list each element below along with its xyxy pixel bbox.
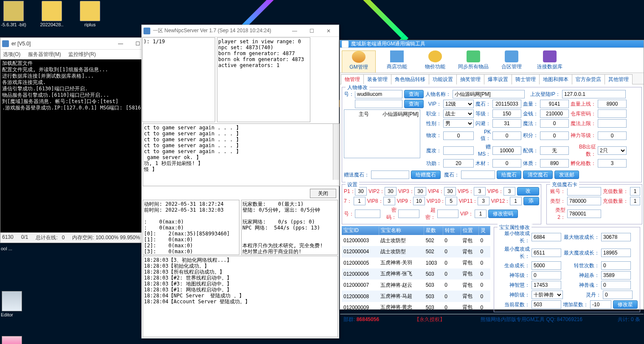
god-kill[interactable] — [601, 271, 631, 280]
con-input[interactable] — [540, 159, 569, 168]
menu-server[interactable]: 服务器管理(M) — [28, 51, 61, 57]
give-ms-button[interactable]: 给魔石 — [497, 171, 521, 179]
god-rank-select[interactable]: 十阶神兽 — [532, 291, 563, 299]
card-type-input[interactable] — [567, 197, 601, 205]
super-password-input[interactable] — [437, 210, 458, 218]
vip10-input[interactable] — [445, 197, 457, 205]
rebirth-count[interactable] — [601, 261, 631, 270]
min-patk-growth[interactable] — [532, 233, 561, 241]
table-header[interactable]: 位置 — [461, 226, 478, 235]
spouse-input[interactable] — [540, 146, 569, 155]
table-row[interactable]: 012000009五虎神将·黄忠5030背包0 — [342, 302, 490, 313]
hp-growth[interactable] — [532, 261, 561, 270]
toolbar-shop[interactable]: 商店功能 — [380, 50, 414, 73]
table-header[interactable]: 宝宝ID — [342, 226, 379, 235]
query2-button[interactable]: 查询 — [404, 100, 424, 108]
query-account-button[interactable]: 查询 — [404, 90, 424, 98]
give-gift-ms-button[interactable]: 给赠魔石 — [411, 171, 441, 179]
table-row[interactable]: 012000004战士攻防型5020背包0 — [342, 246, 490, 257]
titlebar[interactable]: er [V5.0] — ☐ ✕ — [0, 38, 165, 50]
tab-map[interactable]: 地图和脚本 — [539, 74, 572, 84]
max-matk-growth[interactable] — [601, 249, 631, 257]
menu-options[interactable]: 选项(O) — [3, 51, 20, 57]
toolbar-db[interactable]: 连接数据库 — [533, 50, 567, 73]
vip4-input[interactable] — [444, 187, 456, 196]
current-stars[interactable] — [532, 300, 561, 309]
ms2-input[interactable] — [461, 171, 495, 179]
recharge-count-input[interactable] — [630, 187, 640, 196]
vip-select[interactable]: 12级 — [443, 100, 474, 108]
pk-input[interactable] — [492, 131, 521, 140]
desktop-icon[interactable]: riplus — [77, 1, 103, 27]
titlebar[interactable]: 一区 NewNpcServer Ver 1.7 (Sep 14 2018 10:… — [142, 25, 339, 37]
bb-count-select[interactable]: 2只 — [598, 146, 627, 155]
god-wisdom[interactable] — [532, 281, 561, 289]
table-row[interactable]: 012000006五虎神将·张飞5030背包0 — [342, 268, 490, 280]
min-matk-growth[interactable] — [532, 249, 561, 257]
table-header[interactable]: 星数 — [424, 226, 443, 235]
vip6-input[interactable] — [503, 187, 515, 196]
close-panel-button[interactable]: 关闭 — [310, 189, 336, 198]
mpmax-input[interactable] — [598, 119, 627, 128]
lv-input[interactable] — [492, 109, 521, 118]
toolbar-gm[interactable]: GM管理 — [342, 50, 376, 73]
send-mail-button[interactable]: 发送邮 — [554, 171, 579, 179]
clear-ms-button[interactable]: 清空魔石 — [523, 171, 553, 179]
toolbar-price[interactable]: 物价功能 — [418, 50, 452, 73]
table-row[interactable]: 012000008五虎神将·马超5030背包0 — [342, 291, 490, 302]
vip5-input[interactable] — [474, 187, 486, 196]
titlebar[interactable]: 魔域新老端通用GM通用编辑工具 — [340, 40, 644, 48]
secondary-input[interactable] — [355, 100, 402, 108]
tab-other[interactable]: 其他管理 — [605, 74, 633, 84]
vip12-input[interactable] — [510, 197, 522, 205]
table-header[interactable]: 宝宝名称 — [379, 226, 424, 235]
card-type2-input[interactable] — [567, 210, 601, 218]
tab-shop2[interactable]: 官方杂货店 — [572, 74, 605, 84]
tab-equip[interactable]: 装备管理 — [363, 74, 391, 84]
toolbar-sync[interactable]: 同步所有物品 — [456, 50, 490, 73]
ck-input[interactable] — [598, 109, 627, 118]
desktop-icon[interactable]: -5.6.3f1 -bit) — [1, 1, 26, 27]
toolbar-merge[interactable]: 合区管理 — [495, 50, 529, 73]
sl-input[interactable] — [598, 131, 627, 140]
god-level[interactable] — [532, 271, 561, 280]
tab-item-transfer[interactable]: 角色物品转移 — [391, 74, 429, 84]
vip1-input[interactable] — [355, 187, 367, 196]
new-account-input[interactable] — [355, 210, 380, 218]
connection-log[interactable]: ct to game server again . . . 】 ct to ga… — [143, 123, 340, 186]
pill-input[interactable] — [603, 291, 633, 299]
account-input[interactable] — [355, 90, 402, 98]
table-header[interactable]: 灵 — [479, 226, 490, 235]
dodge-input[interactable] — [492, 119, 521, 128]
desktop-icon[interactable]: 20220428.. — [39, 1, 65, 27]
change-password-button[interactable]: 修改密码 — [488, 210, 518, 218]
mp-input[interactable] — [540, 119, 569, 128]
table-header[interactable]: 转世 — [443, 226, 461, 235]
sex-select[interactable]: 男 — [443, 119, 474, 128]
hpmax-input[interactable] — [598, 100, 627, 108]
change-vip-hatch-button[interactable]: 改VIP孵化 — [517, 187, 539, 196]
gift-ms-input[interactable] — [371, 171, 409, 179]
new-password-input[interactable] — [398, 210, 419, 218]
max-patk-growth[interactable] — [601, 233, 631, 241]
pet-table[interactable]: 宝宝ID宝宝名称星数转世位置灵 012000003战士攻防型5020背包0012… — [342, 226, 490, 313]
add-stars[interactable] — [590, 300, 611, 309]
recharge-account-input[interactable] — [567, 187, 601, 196]
tab-drop[interactable]: 爆率设置 — [484, 74, 512, 84]
new-vip-input[interactable] — [475, 210, 487, 218]
table-row[interactable]: 012000005五虎神将·关羽10030背包0 — [342, 257, 490, 268]
tab-lottery[interactable]: 抽奖管理 — [456, 74, 484, 84]
bonus-ms-input[interactable] — [492, 146, 521, 155]
modify-stars-button[interactable]: 修改星 — [613, 300, 638, 309]
desktop-icon[interactable]: Editor — [0, 291, 22, 321]
merit-input[interactable] — [443, 159, 474, 168]
ms-input[interactable] — [492, 100, 521, 108]
menu-monitor[interactable]: 监控维护(R) — [68, 51, 96, 57]
role-name-input[interactable] — [453, 90, 525, 98]
desktop-icon[interactable]: ool ... — [0, 246, 22, 276]
desktop-icon[interactable]: on — [0, 336, 22, 344]
tab-item-manage[interactable]: 物管理 — [341, 74, 364, 84]
minimize-button[interactable]: — — [112, 38, 129, 49]
tab-knight[interactable]: 骑士管理 — [512, 74, 540, 84]
vip7-input[interactable] — [354, 197, 366, 205]
